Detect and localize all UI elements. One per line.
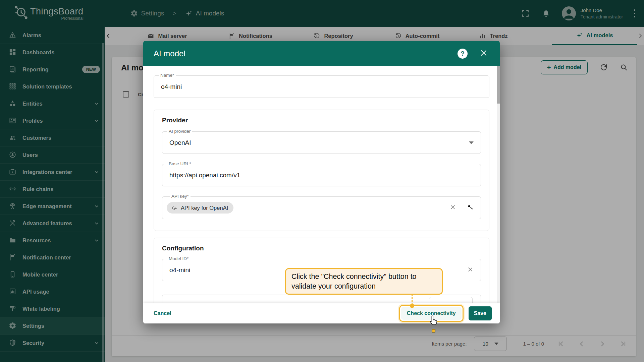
name-field-value: o4-mini	[161, 83, 182, 90]
key-icon	[171, 204, 177, 211]
dialog-scrollbar-thumb[interactable]	[497, 66, 500, 104]
dialog-header: AI model ?	[143, 41, 500, 66]
key-visibility-icon[interactable]	[467, 204, 474, 212]
name-field[interactable]: Name* o4-mini	[154, 75, 489, 98]
clear-icon[interactable]	[449, 204, 456, 212]
dropdown-arrow-icon	[469, 141, 474, 144]
help-icon[interactable]: ?	[458, 49, 468, 59]
clear-icon[interactable]	[467, 266, 474, 274]
cancel-button[interactable]: Cancel	[154, 310, 171, 316]
dialog-scrollbar[interactable]	[497, 66, 500, 303]
tutorial-tooltip: Click the "Check connectivity" button to…	[285, 268, 443, 295]
save-button[interactable]: Save	[469, 306, 492, 320]
provider-heading: Provider	[162, 117, 481, 124]
configuration-heading: Configuration	[162, 245, 481, 252]
base-url-field[interactable]: Base URL* https://api.openai.com/v1	[162, 164, 481, 186]
ai-provider-value: OpenAI	[169, 139, 191, 146]
model-id-value: o4-mini	[169, 266, 190, 274]
thingsboard-app: ThingsBoard Professional Settings > AI m…	[0, 0, 644, 362]
name-field-label: Name*	[159, 73, 176, 78]
mouse-pointer-icon	[428, 314, 439, 328]
dialog-title: AI model	[154, 49, 185, 58]
cursor-loading-square	[432, 329, 435, 333]
provider-section: Provider AI provider OpenAI Base URL* ht…	[154, 110, 489, 231]
base-url-value: https://api.openai.com/v1	[169, 172, 240, 179]
dialog-footer: Cancel Check connectivity Save	[143, 303, 500, 323]
close-icon[interactable]	[480, 49, 488, 58]
api-key-field[interactable]: API key* API key for OpenAI	[162, 196, 481, 219]
api-key-chip[interactable]: API key for OpenAI	[167, 202, 233, 214]
tooltip-connector-dot	[410, 304, 414, 308]
ai-provider-select[interactable]: AI provider OpenAI	[162, 131, 481, 154]
